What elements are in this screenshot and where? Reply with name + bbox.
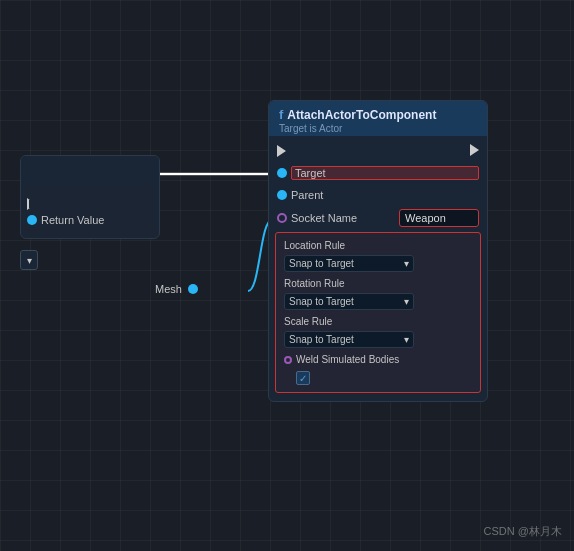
parent-port — [277, 190, 287, 200]
location-rule-label: Location Rule — [284, 240, 472, 251]
target-label: Target — [291, 166, 479, 180]
exec-out-row — [27, 198, 153, 210]
weld-checkbox-row — [276, 368, 480, 388]
scale-rule-label: Scale Rule — [284, 316, 472, 327]
return-value-label: Return Value — [41, 214, 104, 226]
attach-actor-node: f AttachActorToComponent Target is Actor… — [268, 100, 488, 402]
node-title-text: AttachActorToComponent — [287, 108, 436, 122]
exec-out-pin-right — [290, 144, 479, 158]
weld-checkbox[interactable] — [296, 371, 310, 385]
exec-pin-row — [269, 140, 487, 162]
socket-pin — [277, 213, 287, 223]
weld-label: Weld Simulated Bodies — [296, 354, 399, 365]
func-icon: f — [279, 107, 283, 122]
node-header: f AttachActorToComponent Target is Actor — [269, 101, 487, 136]
parent-pin-row: Parent — [269, 184, 487, 206]
node-subtitle: Target is Actor — [279, 123, 477, 134]
rotation-rule-select[interactable]: Snap to Target Keep World Keep Relative — [284, 293, 414, 310]
weld-pin — [284, 356, 292, 364]
node-title-row: f AttachActorToComponent — [279, 107, 477, 122]
mesh-label-box: Mesh — [155, 283, 198, 295]
weld-row: Weld Simulated Bodies — [276, 351, 480, 368]
socket-name-row: Socket Name — [269, 206, 487, 230]
node-body: Target Parent Socket Name Location Rule … — [269, 136, 487, 401]
exec-out-icon — [27, 198, 39, 210]
left-dropdown-button[interactable]: ▾ — [20, 250, 38, 270]
mesh-port — [188, 284, 198, 294]
scale-rule-select[interactable]: Snap to Target Keep World Keep Relative — [284, 331, 414, 348]
target-port — [277, 168, 287, 178]
left-node-header — [21, 156, 159, 186]
mesh-area: Mesh — [155, 283, 198, 295]
location-rule-select[interactable]: Snap to Target Keep World Keep Relative — [284, 255, 414, 272]
return-value-port — [27, 215, 37, 225]
exec-in-pin — [277, 145, 286, 157]
return-value-row: Return Value — [27, 214, 153, 226]
rotation-rule-label: Rotation Rule — [284, 278, 472, 289]
watermark: CSDN @林月木 — [484, 524, 562, 539]
rules-section: Location Rule Snap to Target Keep World … — [275, 232, 481, 393]
socket-name-label: Socket Name — [291, 212, 395, 224]
chevron-down-icon: ▾ — [27, 255, 32, 266]
rotation-rule-wrapper[interactable]: Snap to Target Keep World Keep Relative — [284, 291, 414, 310]
exec-out-icon — [470, 144, 479, 156]
parent-label: Parent — [291, 189, 479, 201]
mesh-label: Mesh — [155, 283, 182, 295]
left-node-body: Return Value — [21, 186, 159, 238]
socket-name-input[interactable] — [399, 209, 479, 227]
target-pin-row: Target — [269, 162, 487, 184]
location-rule-wrapper[interactable]: Snap to Target Keep World Keep Relative — [284, 253, 414, 272]
scale-rule-row: Scale Rule Snap to Target Keep World Kee… — [276, 313, 480, 351]
scale-rule-wrapper[interactable]: Snap to Target Keep World Keep Relative — [284, 329, 414, 348]
rotation-rule-row: Rotation Rule Snap to Target Keep World … — [276, 275, 480, 313]
left-node: Return Value — [20, 155, 160, 239]
location-rule-row: Location Rule Snap to Target Keep World … — [276, 237, 480, 275]
